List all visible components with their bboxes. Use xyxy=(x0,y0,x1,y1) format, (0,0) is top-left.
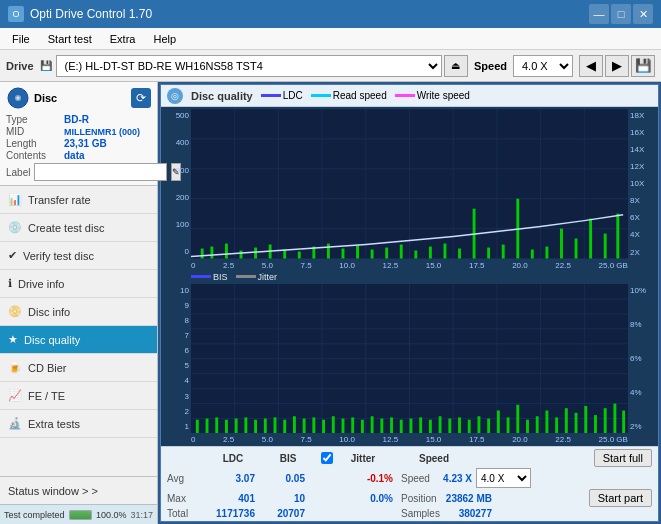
progress-bar-fill xyxy=(70,511,91,519)
sidebar-status-text: Test completed xyxy=(4,510,65,520)
svg-rect-35 xyxy=(443,244,446,259)
legend-write-label: Write speed xyxy=(417,90,470,101)
svg-rect-39 xyxy=(502,245,505,259)
contents-value: data xyxy=(64,150,85,161)
sidebar-item-extra-tests[interactable]: 🔬 Extra tests xyxy=(0,410,157,438)
disc-title: Disc xyxy=(34,92,57,104)
sidebar-item-create-test-disc[interactable]: 💿 Create test disc xyxy=(0,214,157,242)
menu-extra[interactable]: Extra xyxy=(102,31,144,47)
svg-rect-93 xyxy=(448,418,451,433)
drive-select[interactable]: (E:) HL-DT-ST BD-RE WH16NS58 TST4 xyxy=(56,55,442,77)
maximize-button[interactable]: □ xyxy=(611,4,631,24)
status-window-button[interactable]: Status window > > xyxy=(0,476,157,504)
svg-rect-19 xyxy=(210,247,213,259)
sidebar-item-disc-info[interactable]: 📀 Disc info xyxy=(0,298,157,326)
length-value: 23,31 GB xyxy=(64,138,107,149)
position-value: 23862 MB xyxy=(421,493,496,504)
svg-rect-20 xyxy=(225,244,228,259)
drive-info-icon: ℹ xyxy=(8,277,12,290)
sidebar-item-disc-quality[interactable]: ★ Disc quality xyxy=(0,326,157,354)
disc-panel-btn[interactable]: ⟳ xyxy=(131,88,151,108)
transfer-rate-icon: 📊 xyxy=(8,193,22,206)
svg-rect-73 xyxy=(254,419,257,433)
speed-label-inline: Speed xyxy=(401,473,421,484)
legend-read: Read speed xyxy=(311,90,387,101)
jitter-checkbox[interactable] xyxy=(321,452,333,464)
start-full-button[interactable]: Start full xyxy=(594,449,652,467)
window-controls[interactable]: — □ ✕ xyxy=(589,4,653,24)
top-chart-container: 500 400 300 200 100 0 xyxy=(163,109,656,259)
extra-tests-label: Extra tests xyxy=(28,418,80,430)
close-button[interactable]: ✕ xyxy=(633,4,653,24)
sidebar-item-fe-te[interactable]: 📈 FE / TE xyxy=(0,382,157,410)
svg-rect-32 xyxy=(400,245,403,259)
mid-label: MID xyxy=(6,126,64,137)
menu-file[interactable]: File xyxy=(4,31,38,47)
contents-label: Contents xyxy=(6,150,64,161)
start-part-button[interactable]: Start part xyxy=(589,489,652,507)
fe-te-icon: 📈 xyxy=(8,389,22,402)
svg-rect-78 xyxy=(303,418,306,433)
cd-bier-icon: 🍺 xyxy=(8,361,22,374)
svg-rect-75 xyxy=(274,417,277,433)
eject-button[interactable]: ⏏ xyxy=(444,55,468,77)
app-title: Opti Drive Control 1.70 xyxy=(30,7,152,21)
svg-rect-94 xyxy=(458,417,461,433)
sidebar-item-cd-bier[interactable]: 🍺 CD Bier xyxy=(0,354,157,382)
progress-percent: 100.0% xyxy=(96,510,127,520)
status-window-label: Status window > > xyxy=(8,485,98,497)
bis-col-header: BIS xyxy=(263,453,313,464)
drive-info-label: Drive info xyxy=(18,278,64,290)
svg-rect-107 xyxy=(584,405,587,433)
create-test-icon: 💿 xyxy=(8,221,22,234)
label-input[interactable] xyxy=(34,163,167,181)
speed-value-select[interactable]: 4.0 X xyxy=(476,468,531,488)
svg-rect-21 xyxy=(240,251,243,259)
legend-ldc: LDC xyxy=(261,90,303,101)
svg-rect-99 xyxy=(507,417,510,433)
minimize-button[interactable]: — xyxy=(589,4,609,24)
samples-label: Samples xyxy=(401,508,421,519)
top-chart-y2-axis: 18X 16X 14X 12X 10X 8X 6X 4X 2X xyxy=(628,109,656,259)
speed-left-btn[interactable]: ◀ xyxy=(579,55,603,77)
svg-rect-89 xyxy=(410,418,413,433)
max-row: Max 401 10 0.0% Position 23862 MB Start … xyxy=(167,489,652,507)
menu-help[interactable]: Help xyxy=(145,31,184,47)
svg-rect-101 xyxy=(526,419,529,433)
stats-area: LDC BIS Jitter Speed Start full Avg 3.07 xyxy=(161,446,658,521)
svg-rect-95 xyxy=(468,419,471,433)
svg-rect-38 xyxy=(487,248,490,259)
sidebar-item-verify-test-disc[interactable]: ✔ Verify test disc xyxy=(0,242,157,270)
sidebar-item-transfer-rate[interactable]: 📊 Transfer rate xyxy=(0,186,157,214)
top-chart-svg xyxy=(191,109,628,259)
total-bis-val: 20707 xyxy=(263,508,313,519)
max-ldc-val: 401 xyxy=(203,493,263,504)
speed-right-btn[interactable]: ▶ xyxy=(605,55,629,77)
svg-rect-33 xyxy=(414,251,417,259)
avg-bis-val: 0.05 xyxy=(263,473,313,484)
svg-rect-102 xyxy=(536,416,539,433)
svg-rect-43 xyxy=(560,229,563,259)
chart-panel: ◎ Disc quality LDC Read speed Write spee… xyxy=(160,84,659,522)
speed-select[interactable]: 4.0 X xyxy=(513,55,573,77)
svg-rect-74 xyxy=(264,418,267,433)
avg-ldc-val: 3.07 xyxy=(203,473,263,484)
charts-area: 500 400 300 200 100 0 xyxy=(161,107,658,446)
total-row: Total 1171736 20707 Samples 380277 xyxy=(167,508,652,519)
svg-rect-91 xyxy=(429,419,432,433)
svg-rect-92 xyxy=(439,416,442,433)
menu-start-test[interactable]: Start test xyxy=(40,31,100,47)
svg-rect-36 xyxy=(458,249,461,259)
verify-test-icon: ✔ xyxy=(8,249,17,262)
save-btn[interactable]: 💾 xyxy=(631,55,655,77)
total-label: Total xyxy=(167,508,203,519)
svg-rect-25 xyxy=(298,252,301,259)
main-content: ◎ Disc quality LDC Read speed Write spee… xyxy=(158,82,661,524)
max-bis-val: 10 xyxy=(263,493,313,504)
svg-rect-88 xyxy=(400,419,403,433)
sidebar: Disc ⟳ Type BD-R MID MILLENMR1 (000) Len… xyxy=(0,82,158,524)
sidebar-item-drive-info[interactable]: ℹ Drive info xyxy=(0,270,157,298)
top-chart-y-axis: 500 400 300 200 100 0 xyxy=(163,109,191,259)
jitter-col-header: Jitter xyxy=(333,453,393,464)
top-chart-svg-container xyxy=(191,109,628,259)
